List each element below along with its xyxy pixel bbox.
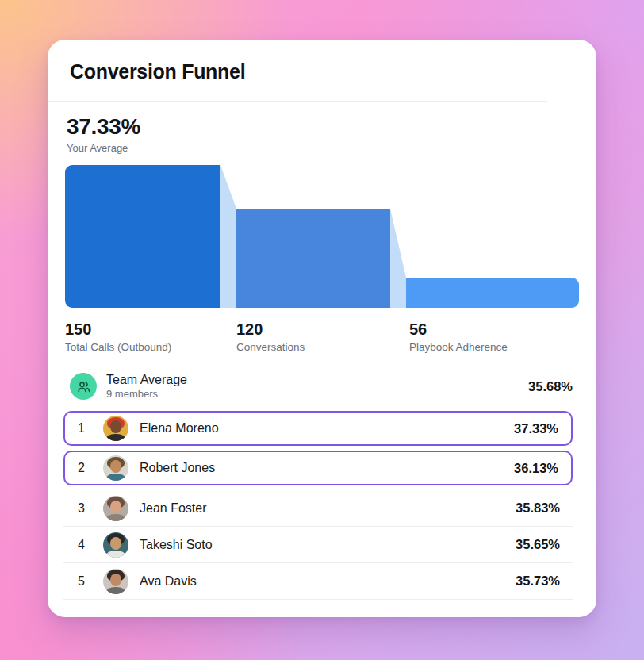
rank-number: 2: [78, 461, 98, 475]
member-name: Elena Moreno: [140, 421, 219, 436]
stage-value: 120: [236, 320, 305, 339]
conversion-funnel-card: Conversion Funnel 37.33% Your Average 15…: [48, 40, 596, 617]
your-average-summary: 37.33% Your Average: [67, 114, 574, 154]
funnel-stage-labels: 150 Total Calls (Outbound) 120 Conversat…: [65, 320, 579, 357]
rank-number: 5: [78, 574, 98, 589]
leaderboard: Team Average 9 members 35.68% 1 Elena Mo…: [63, 366, 573, 600]
stage-label: Playbook Adherence: [409, 341, 508, 353]
team-average-name: Team Average: [106, 373, 187, 387]
page-title: Conversion Funnel: [48, 40, 596, 83]
funnel-chart-wrap: [65, 165, 579, 308]
rank-number: 3: [78, 501, 98, 516]
your-average-value: 37.33%: [67, 114, 574, 140]
stage-label: Total Calls (Outbound): [65, 341, 171, 353]
member-value: 35.73%: [516, 574, 560, 589]
member-value: 35.65%: [516, 537, 560, 552]
avatar: [103, 569, 128, 594]
avatar: [103, 455, 128, 481]
leaderboard-row-elena-moreno[interactable]: 1 Elena Moreno 37.33%: [63, 411, 573, 446]
leaderboard-row-robert-jones[interactable]: 2 Robert Jones 36.13%: [63, 451, 573, 485]
stage-label: Conversations: [236, 341, 305, 353]
member-value: 36.13%: [514, 461, 558, 476]
rank-number: 4: [78, 538, 98, 552]
team-members-icon: [70, 373, 97, 400]
team-average-value: 35.68%: [528, 379, 573, 394]
avatar: [103, 496, 128, 521]
team-average-text: Team Average 9 members: [106, 373, 187, 400]
header-divider: [48, 101, 547, 102]
member-name: Takeshi Soto: [140, 538, 213, 552]
stage-total-calls: 150 Total Calls (Outbound): [65, 320, 171, 353]
rank-number: 1: [78, 421, 98, 436]
team-average-members: 9 members: [106, 388, 187, 400]
stage-value: 150: [65, 320, 171, 339]
member-value: 35.83%: [516, 501, 560, 516]
leaderboard-row-jean-foster[interactable]: 3 Jean Foster 35.83%: [63, 490, 573, 527]
funnel-chart: [65, 165, 579, 308]
leaderboard-row-takeshi-soto[interactable]: 4 Takeshi Soto 35.65%: [63, 527, 573, 563]
member-name: Jean Foster: [140, 501, 206, 516]
team-average-row[interactable]: Team Average 9 members 35.68%: [63, 366, 573, 406]
stage-conversations: 120 Conversations: [236, 320, 305, 353]
avatar: [103, 416, 128, 441]
member-name: Ava Davis: [140, 574, 197, 589]
leaderboard-row-ava-davis[interactable]: 5 Ava Davis 35.73%: [63, 563, 573, 600]
your-average-label: Your Average: [67, 142, 574, 154]
stage-value: 56: [409, 320, 508, 339]
member-value: 37.33%: [514, 421, 558, 436]
avatar: [103, 532, 128, 558]
stage-playbook-adherence: 56 Playbook Adherence: [409, 320, 508, 353]
member-name: Robert Jones: [140, 461, 215, 475]
